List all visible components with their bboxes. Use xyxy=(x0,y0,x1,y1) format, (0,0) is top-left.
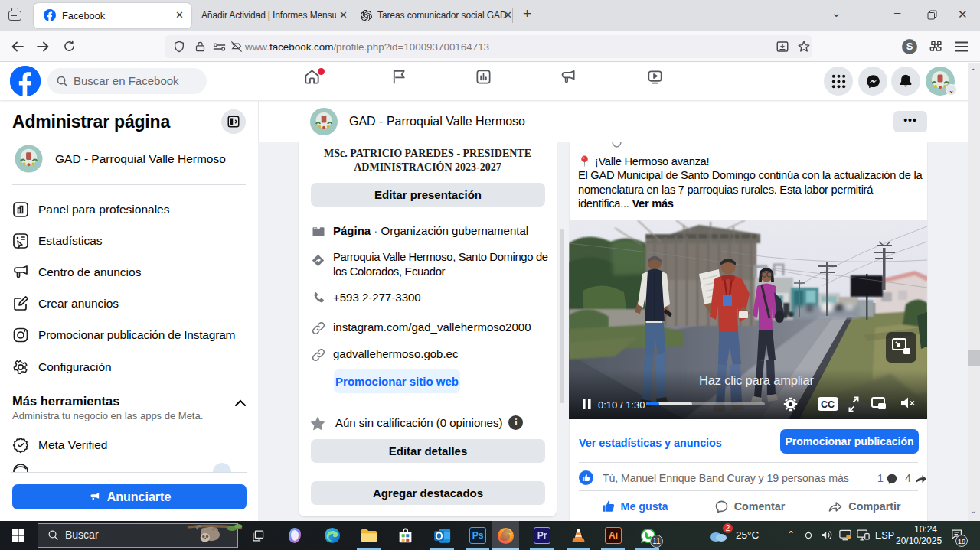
svg-text:0:10 / 1:30: 0:10 / 1:30 xyxy=(598,399,645,411)
svg-text:Haz clic para ampliar: Haz clic para ampliar xyxy=(699,373,815,387)
svg-text:CC: CC xyxy=(821,399,835,410)
